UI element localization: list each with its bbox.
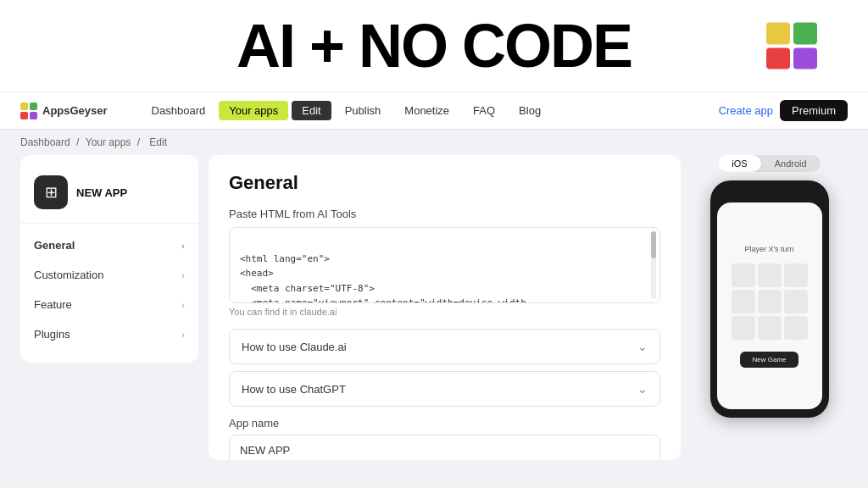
brand-sq4 [30,112,37,119]
tic-cell-7 [732,316,755,340]
code-content: <html lang="en"> <head> <meta charset="U… [240,236,649,303]
breadcrumb: Dashboard / Your apps / Edit [0,130,868,155]
accordion-claude-chevron-icon: ⌄ [637,340,648,353]
nav-monetize[interactable]: Monetize [394,101,459,120]
navbar: AppsGeyser Dashboard Your apps Edit Publ… [0,92,868,130]
sidebar-customization-label: Customization [34,269,103,281]
app-name-input[interactable] [229,435,660,460]
app-icon: ⊞ [34,175,68,209]
logo-sq3 [766,47,790,69]
nav-edit[interactable]: Edit [292,101,331,120]
tic-cell-2 [758,263,782,287]
preview-area: iOS Android Player X's turn [691,155,848,488]
nav-dashboard[interactable]: Dashboard [142,101,216,120]
player-turn-text: Player X's turn [744,245,793,253]
accordion-chatgpt[interactable]: How to use ChatGPT ⌄ [229,371,660,407]
breadcrumb-sep1: / [76,136,82,148]
accordion-claude-label: How to use Claude.ai [242,341,347,353]
tic-cell-3 [784,263,808,287]
sidebar-feature-label: Feature [34,298,72,311]
hero-title: AI + NO CODE [236,15,632,76]
hero-section: AI + NO CODE [0,0,868,92]
phone-screen: Player X's turn New Game [717,202,822,409]
chevron-feature-icon: › [181,300,185,310]
hero-logo [766,23,817,69]
brand: AppsGeyser [20,103,108,119]
accordion-claude[interactable]: How to use Claude.ai ⌄ [229,329,660,364]
tab-android[interactable]: Android [761,155,821,172]
tic-cell-4 [732,290,755,313]
tic-cell-1 [732,263,755,287]
code-scrollbar[interactable] [651,231,656,299]
nav-faq[interactable]: FAQ [463,101,505,120]
breadcrumb-edit: Edit [149,136,167,148]
accordion-chatgpt-label: How to use ChatGPT [242,383,346,396]
breadcrumb-your-apps[interactable]: Your apps [86,136,131,148]
breadcrumb-sep2: / [137,136,143,148]
brand-sq1 [20,103,28,110]
nav-links: Dashboard Your apps Edit Publish Monetiz… [142,101,719,120]
brand-name: AppsGeyser [42,104,108,117]
panel-title: General [229,172,660,194]
tic-tac-grid [732,263,808,340]
brand-sq3 [20,112,28,119]
new-game-button[interactable]: New Game [740,352,798,368]
logo-sq1 [766,23,790,45]
premium-button[interactable]: Premium [780,100,848,121]
create-app-button[interactable]: Create app [719,104,773,117]
phone-notch [753,191,787,197]
tic-cell-5 [758,290,782,313]
logo-sq2 [793,23,817,45]
app-name-field-label: App name [229,417,660,430]
app-name-label: NEW APP [76,186,127,199]
nav-blog[interactable]: Blog [509,101,551,120]
brand-sq2 [30,103,37,110]
tic-cell-6 [784,290,808,313]
helper-text: You can find it in claude.ai [229,307,660,317]
accordion-chatgpt-chevron-icon: ⌄ [637,382,648,396]
chevron-customization-icon: › [181,270,185,280]
brand-icon [20,103,37,119]
sidebar-plugins-label: Plugins [34,328,70,341]
tab-ios[interactable]: iOS [718,155,760,172]
chevron-plugins-icon: › [181,330,185,340]
nav-publish[interactable]: Publish [335,101,392,120]
nav-your-apps[interactable]: Your apps [219,101,288,120]
breadcrumb-dashboard[interactable]: Dashboard [20,136,70,148]
sidebar-item-feature[interactable]: Feature › [20,290,198,319]
chevron-general-icon: › [181,241,185,251]
phone-preview: Player X's turn New Game [710,180,829,418]
sidebar: ⊞ NEW APP General › Customization › Feat… [20,155,198,363]
main-layout: ⊞ NEW APP General › Customization › Feat… [0,155,868,488]
app-header: ⊞ NEW APP [20,169,198,224]
sidebar-item-customization[interactable]: Customization › [20,260,198,290]
tic-cell-9 [784,316,808,340]
scrollbar-thumb [651,231,656,258]
html-section-label: Paste HTML from AI Tools [229,208,660,220]
main-panel: General Paste HTML from AI Tools <html l… [209,155,681,460]
nav-right: Create app Premium [719,100,848,121]
sidebar-general-label: General [34,239,75,252]
os-tabs: iOS Android [718,155,820,172]
sidebar-item-plugins[interactable]: Plugins › [20,319,198,349]
sidebar-item-general[interactable]: General › [20,230,198,260]
code-editor[interactable]: <html lang="en"> <head> <meta charset="U… [229,227,660,303]
logo-sq4 [793,47,817,69]
tic-cell-8 [758,316,782,340]
